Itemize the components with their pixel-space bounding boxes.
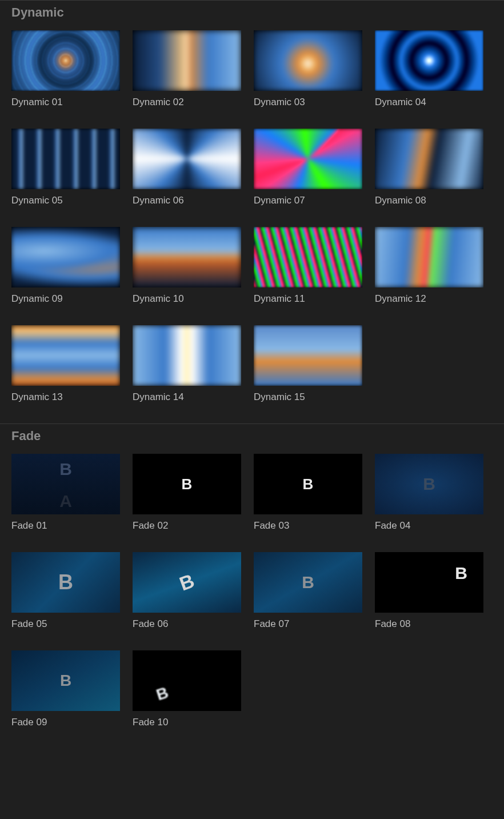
transition-thumbnail bbox=[133, 325, 241, 386]
transition-item-dynamic-10[interactable]: Dynamic 10 bbox=[133, 227, 241, 305]
transition-label: Dynamic 05 bbox=[11, 195, 120, 206]
transition-thumbnail bbox=[11, 30, 120, 91]
transition-thumbnail: B bbox=[254, 552, 362, 613]
transition-label: Dynamic 06 bbox=[133, 195, 241, 206]
transition-label: Dynamic 04 bbox=[375, 97, 483, 108]
transition-label: Dynamic 13 bbox=[11, 391, 120, 403]
grid-fade: B A Fade 01 B Fade 02 B Fade 03 B Fade 0… bbox=[0, 447, 504, 749]
transition-thumbnail bbox=[254, 227, 362, 287]
transition-item-dynamic-06[interactable]: Dynamic 06 bbox=[133, 129, 241, 206]
transition-label: Fade 02 bbox=[133, 520, 241, 532]
transition-thumbnail bbox=[254, 129, 362, 189]
transition-label: Dynamic 11 bbox=[254, 293, 362, 305]
section-header-dynamic: Dynamic bbox=[0, 0, 504, 23]
overlay-letter-b: B bbox=[182, 476, 193, 493]
transition-item-dynamic-08[interactable]: Dynamic 08 bbox=[375, 129, 483, 206]
transition-label: Dynamic 01 bbox=[11, 97, 120, 108]
overlay-letter-b: B bbox=[423, 474, 435, 494]
transition-item-dynamic-04[interactable]: Dynamic 04 bbox=[375, 30, 483, 108]
transition-item-fade-01[interactable]: B A Fade 01 bbox=[11, 454, 120, 532]
transition-label: Fade 09 bbox=[11, 717, 120, 728]
transition-label: Fade 04 bbox=[375, 520, 483, 532]
overlay-letter-b: B bbox=[455, 564, 467, 583]
transition-thumbnail bbox=[375, 129, 483, 189]
transition-item-dynamic-15[interactable]: Dynamic 15 bbox=[254, 325, 362, 403]
transition-label: Dynamic 15 bbox=[254, 391, 362, 403]
transition-thumbnail: B bbox=[254, 454, 362, 514]
transition-thumbnail: B bbox=[375, 552, 483, 613]
transition-item-fade-09[interactable]: B Fade 09 bbox=[11, 650, 120, 728]
transition-thumbnail: B bbox=[133, 454, 241, 514]
overlay-letter-b: B bbox=[60, 672, 71, 690]
transition-thumbnail: B bbox=[11, 650, 120, 711]
transition-item-dynamic-01[interactable]: Dynamic 01 bbox=[11, 30, 120, 108]
transition-thumbnail bbox=[375, 227, 483, 287]
transition-thumbnail bbox=[11, 325, 120, 386]
transition-item-fade-07[interactable]: B Fade 07 bbox=[254, 552, 362, 630]
transition-thumbnail bbox=[11, 129, 120, 189]
transition-thumbnail bbox=[375, 30, 483, 91]
transition-label: Dynamic 10 bbox=[133, 293, 241, 305]
overlay-letter-b: B bbox=[58, 570, 73, 594]
transition-label: Dynamic 14 bbox=[133, 391, 241, 403]
transition-item-dynamic-02[interactable]: Dynamic 02 bbox=[133, 30, 241, 108]
transition-item-fade-03[interactable]: B Fade 03 bbox=[254, 454, 362, 532]
transition-thumbnail bbox=[133, 227, 241, 287]
transition-thumbnail bbox=[133, 30, 241, 91]
transition-item-dynamic-13[interactable]: Dynamic 13 bbox=[11, 325, 120, 403]
transition-label: Fade 01 bbox=[11, 520, 120, 532]
transition-item-dynamic-12[interactable]: Dynamic 12 bbox=[375, 227, 483, 305]
transition-thumbnail bbox=[254, 30, 362, 91]
overlay-letter-b: B bbox=[303, 476, 314, 493]
transition-item-dynamic-05[interactable]: Dynamic 05 bbox=[11, 129, 120, 206]
transition-label: Fade 06 bbox=[133, 618, 241, 630]
transition-item-fade-10[interactable]: B Fade 10 bbox=[133, 650, 241, 728]
transition-label: Dynamic 12 bbox=[375, 293, 483, 305]
transition-thumbnail bbox=[254, 325, 362, 386]
transition-label: Dynamic 03 bbox=[254, 97, 362, 108]
transition-label: Dynamic 09 bbox=[11, 293, 120, 305]
transition-thumbnail: B bbox=[375, 454, 483, 514]
transition-item-fade-08[interactable]: B Fade 08 bbox=[375, 552, 483, 630]
transition-item-fade-04[interactable]: B Fade 04 bbox=[375, 454, 483, 532]
transition-item-fade-05[interactable]: B Fade 05 bbox=[11, 552, 120, 630]
transition-thumbnail: B A bbox=[11, 454, 120, 514]
transition-label: Fade 07 bbox=[254, 618, 362, 630]
transition-item-dynamic-14[interactable]: Dynamic 14 bbox=[133, 325, 241, 403]
transition-label: Fade 03 bbox=[254, 520, 362, 532]
transition-label: Fade 05 bbox=[11, 618, 120, 630]
transition-item-dynamic-03[interactable]: Dynamic 03 bbox=[254, 30, 362, 108]
section-header-fade: Fade bbox=[0, 424, 504, 447]
transition-label: Dynamic 07 bbox=[254, 195, 362, 206]
grid-dynamic: Dynamic 01 Dynamic 02 Dynamic 03 Dynamic… bbox=[0, 23, 504, 424]
transition-label: Dynamic 02 bbox=[133, 97, 241, 108]
transition-thumbnail: B bbox=[133, 650, 241, 711]
transition-label: Dynamic 08 bbox=[375, 195, 483, 206]
overlay-letter-b: B bbox=[302, 573, 314, 592]
overlay-letter-b: B bbox=[59, 460, 72, 479]
transition-item-fade-06[interactable]: B Fade 06 bbox=[133, 552, 241, 630]
transition-thumbnail: B bbox=[133, 552, 241, 613]
transition-label: Fade 08 bbox=[375, 618, 483, 630]
transition-thumbnail: B bbox=[11, 552, 120, 613]
overlay-letter-a: A bbox=[59, 492, 72, 511]
transition-thumbnail bbox=[11, 227, 120, 287]
transition-item-dynamic-11[interactable]: Dynamic 11 bbox=[254, 227, 362, 305]
transition-item-fade-02[interactable]: B Fade 02 bbox=[133, 454, 241, 532]
transition-thumbnail bbox=[133, 129, 241, 189]
transition-label: Fade 10 bbox=[133, 717, 241, 728]
transition-item-dynamic-07[interactable]: Dynamic 07 bbox=[254, 129, 362, 206]
transition-item-dynamic-09[interactable]: Dynamic 09 bbox=[11, 227, 120, 305]
